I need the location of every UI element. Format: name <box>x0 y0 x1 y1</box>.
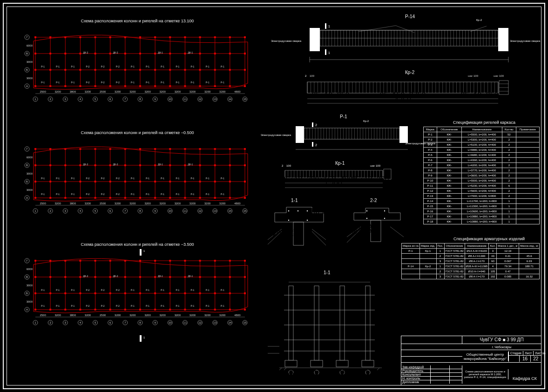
svg-text:Р-1: Р-1 <box>191 289 195 291</box>
svg-text:6: 6 <box>109 321 111 324</box>
svg-text:Р-2: Р-2 <box>116 304 120 307</box>
svg-rect-240 <box>34 148 36 150</box>
svg-text:Г: Г <box>26 36 28 39</box>
svg-text:Р-2: Р-2 <box>101 289 105 291</box>
svg-rect-94 <box>95 85 96 87</box>
svg-text:Р-1: Р-1 <box>71 65 74 68</box>
svg-text:3000: 3000 <box>27 172 33 175</box>
svg-rect-462 <box>244 276 246 278</box>
svg-text:2500: 2500 <box>100 90 106 93</box>
svg-point-745 <box>384 218 385 219</box>
spec1-title: Спецификация ригелей каркаса <box>453 120 515 125</box>
svg-text:Р-1: Р-1 <box>71 193 74 196</box>
svg-text:3200: 3200 <box>129 90 136 93</box>
svg-rect-454 <box>214 276 216 278</box>
svg-text:11: 11 <box>183 321 187 324</box>
beam-r14-title: Р-14 <box>405 14 415 19</box>
svg-rect-268 <box>139 148 141 150</box>
beam-r14: Р-14 Кр-2 4500 1 1 Электродуг <box>275 14 521 74</box>
svg-text:3200: 3200 <box>129 202 136 205</box>
svg-rect-105 <box>139 69 141 71</box>
svg-text:Р-1: Р-1 <box>161 193 164 196</box>
svg-text:Р-1: Р-1 <box>146 177 149 180</box>
svg-rect-276 <box>169 148 171 150</box>
svg-text:ДК-2: ДК-2 <box>83 275 88 277</box>
svg-rect-255 <box>79 197 81 199</box>
svg-text:3200: 3200 <box>189 90 196 93</box>
svg-rect-294 <box>229 181 231 182</box>
svg-text:Р-1: Р-1 <box>161 177 164 180</box>
svg-text:3200: 3200 <box>144 202 151 205</box>
svg-text:3200: 3200 <box>115 314 121 317</box>
svg-line-568 <box>396 26 414 33</box>
svg-rect-130 <box>229 85 231 87</box>
svg-rect-279 <box>169 197 171 199</box>
svg-rect-436 <box>139 309 141 311</box>
svg-rect-417 <box>79 260 81 262</box>
svg-text:2: 2 <box>49 98 51 101</box>
svg-text:8: 8 <box>139 98 141 101</box>
svg-text:Р-1: Р-1 <box>161 65 164 68</box>
svg-rect-85 <box>64 69 66 71</box>
svg-text:Р-1: Р-1 <box>191 81 195 84</box>
svg-rect-78 <box>34 85 36 87</box>
svg-line-760 <box>279 368 282 370</box>
svg-rect-81 <box>49 69 51 71</box>
svg-text:Р-1: Р-1 <box>191 65 195 68</box>
svg-rect-290 <box>214 181 216 182</box>
svg-text:2500: 2500 <box>100 202 106 205</box>
svg-text:3: 3 <box>65 321 67 324</box>
svg-text:ДК-1: ДК-1 <box>188 163 193 166</box>
svg-text:4: 4 <box>80 210 81 212</box>
svg-text:8: 8 <box>139 210 141 212</box>
svg-text:Р-1: Р-1 <box>56 65 60 68</box>
svg-rect-242 <box>34 181 36 182</box>
svg-text:Р-1: Р-1 <box>56 304 60 307</box>
svg-text:2: 2 <box>315 123 317 127</box>
plan-minus0500: 1250023200338004320052500632007320083200… <box>19 140 256 219</box>
svg-rect-439 <box>154 292 156 294</box>
svg-rect-405 <box>34 260 36 262</box>
section-mark-label-bot: 1 <box>143 336 145 339</box>
svg-text:3200: 3200 <box>189 202 196 205</box>
svg-text:3200: 3200 <box>115 90 121 93</box>
svg-rect-450 <box>199 276 201 278</box>
svg-rect-253 <box>79 164 81 166</box>
svg-rect-299 <box>244 197 246 199</box>
svg-rect-101 <box>124 69 126 71</box>
svg-text:2500: 2500 <box>100 314 106 317</box>
svg-rect-90 <box>79 85 81 87</box>
svg-text:3000: 3000 <box>27 300 33 303</box>
svg-rect-293 <box>229 164 231 166</box>
svg-text:7: 7 <box>124 321 126 324</box>
svg-text:Р-1: Р-1 <box>176 304 179 307</box>
svg-rect-114 <box>169 85 171 87</box>
svg-text:5: 5 <box>95 98 96 101</box>
svg-text:Р-1: Р-1 <box>206 65 210 68</box>
svg-text:Р-1: Р-1 <box>176 193 179 196</box>
svg-text:7: 7 <box>124 210 126 212</box>
svg-rect-452 <box>199 309 201 311</box>
svg-text:Р-1: Р-1 <box>191 177 195 180</box>
svg-rect-117 <box>184 69 186 71</box>
svg-text:В: В <box>340 367 345 374</box>
svg-rect-424 <box>95 309 96 311</box>
svg-text:10: 10 <box>169 210 172 212</box>
svg-text:Р-2: Р-2 <box>101 193 105 196</box>
svg-text:3200: 3200 <box>55 90 61 93</box>
svg-rect-442 <box>169 276 171 278</box>
svg-text:Р-1: Р-1 <box>71 177 74 180</box>
beam-r1-title: Р-1 <box>340 114 347 119</box>
svg-line-567 <box>359 26 396 32</box>
svg-rect-419 <box>79 292 81 294</box>
svg-rect-296 <box>244 148 246 150</box>
svg-point-732 <box>307 210 308 211</box>
svg-rect-269 <box>139 164 141 166</box>
svg-text:3200: 3200 <box>219 314 226 317</box>
svg-rect-97 <box>109 69 111 71</box>
beam-r1: Р-1 Кр-2 5400 2 2 Электродуговая сварка … <box>270 114 424 158</box>
svg-rect-132 <box>244 53 246 54</box>
svg-text:ДК-2: ДК-2 <box>113 51 118 54</box>
svg-text:Р-1: Р-1 <box>221 65 224 68</box>
svg-text:Р-1: Р-1 <box>71 81 74 84</box>
